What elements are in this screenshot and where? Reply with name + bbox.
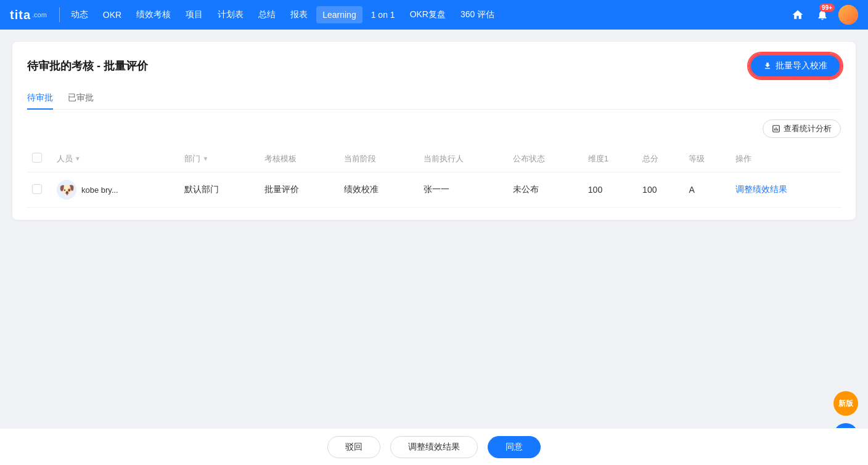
logo[interactable]: tita .com xyxy=(10,8,47,22)
adjust-result-button[interactable]: 调整绩效结果 xyxy=(390,436,478,458)
row-checkbox[interactable] xyxy=(32,184,42,194)
footer: 驳回 调整绩效结果 同意 xyxy=(0,428,868,465)
tab-approved[interactable]: 已审批 xyxy=(68,87,94,110)
stats-label: 查看统计分析 xyxy=(784,123,832,134)
table-header: 人员 ▼ 部门 ▼ 考核模板 xyxy=(27,145,841,172)
col-filter-department[interactable]: 部门 ▼ xyxy=(184,153,254,164)
td-checkbox[interactable] xyxy=(27,172,52,208)
batch-import-label: 批量导入校准 xyxy=(776,60,827,71)
agree-button[interactable]: 同意 xyxy=(488,436,541,458)
card-header: 待审批的考核 - 批量评价 批量导入校准 xyxy=(27,54,841,78)
person-avatar: 🐶 xyxy=(57,180,76,200)
batch-import-button[interactable]: 批量导入校准 xyxy=(750,54,841,78)
logo-suffix: .com xyxy=(32,11,47,18)
th-grade: 等级 xyxy=(684,145,730,172)
stats-bar: 查看统计分析 xyxy=(27,119,841,138)
nav-item-dongtai[interactable]: 动态 xyxy=(65,6,94,24)
filter-icon-person: ▼ xyxy=(75,155,81,162)
table-wrapper: 人员 ▼ 部门 ▼ 考核模板 xyxy=(27,145,841,208)
person-name: kobe bry... xyxy=(81,185,118,195)
td-executor: 张一一 xyxy=(419,172,508,208)
th-dimension1: 维度1 xyxy=(583,145,637,172)
nav-item-1on1[interactable]: 1 on 1 xyxy=(365,6,401,23)
logo-text: tita xyxy=(10,8,31,22)
table-body: 🐶 kobe bry... 默认部门 批量评价 绩效校准 张一一 未公布 100… xyxy=(27,172,841,208)
tab-pending[interactable]: 待审批 xyxy=(27,87,53,110)
td-dimension1: 100 xyxy=(583,172,637,208)
td-template: 批量评价 xyxy=(260,172,339,208)
content-card: 待审批的考核 - 批量评价 批量导入校准 待审批 已审批 查看统计分析 xyxy=(12,42,856,220)
reject-button[interactable]: 驳回 xyxy=(327,436,380,458)
td-action: 调整绩效结果 xyxy=(731,172,841,208)
nav-item-baobiao[interactable]: 报表 xyxy=(284,6,314,24)
nav-item-zongjie[interactable]: 总结 xyxy=(252,6,282,24)
td-department: 默认部门 xyxy=(179,172,259,208)
th-executor: 当前执行人 xyxy=(419,145,508,172)
table-row: 🐶 kobe bry... 默认部门 批量评价 绩效校准 张一一 未公布 100… xyxy=(27,172,841,208)
th-total-score: 总分 xyxy=(637,145,684,172)
new-version-badge[interactable]: 新版 xyxy=(833,391,858,416)
tabs: 待审批 已审批 xyxy=(27,87,841,110)
td-publish-status: 未公布 xyxy=(508,172,583,208)
th-person: 人员 ▼ xyxy=(52,145,179,172)
td-grade: A xyxy=(684,172,730,208)
header-divider xyxy=(59,7,60,22)
th-select-all[interactable] xyxy=(27,145,52,172)
main-table: 人员 ▼ 部门 ▼ 考核模板 xyxy=(27,145,841,208)
nav-item-okr[interactable]: OKR xyxy=(97,6,128,23)
stats-button[interactable]: 查看统计分析 xyxy=(763,119,841,138)
person-cell: 🐶 kobe bry... xyxy=(57,180,174,200)
filter-icon-department: ▼ xyxy=(202,155,208,162)
bell-icon-btn[interactable]: 99+ xyxy=(814,6,831,23)
avatar-image xyxy=(838,5,858,25)
nav-item-360[interactable]: 360 评估 xyxy=(454,6,501,24)
th-action: 操作 xyxy=(731,145,841,172)
col-filter-person[interactable]: 人员 ▼ xyxy=(57,153,174,164)
nav-item-okrfupan[interactable]: OKR复盘 xyxy=(404,6,452,24)
th-department: 部门 ▼ xyxy=(179,145,259,172)
main-nav: 动态 OKR 绩效考核 项目 计划表 总结 报表 Learning 1 on 1… xyxy=(65,6,789,24)
adjust-result-link[interactable]: 调整绩效结果 xyxy=(735,184,787,194)
page-title: 待审批的考核 - 批量评价 xyxy=(27,59,148,73)
select-all-checkbox[interactable] xyxy=(32,153,42,163)
td-total-score: 100 xyxy=(637,172,684,208)
nav-item-learning[interactable]: Learning xyxy=(316,6,362,23)
main-content: 待审批的考核 - 批量评价 批量导入校准 待审批 已审批 查看统计分析 xyxy=(0,30,868,428)
td-stage: 绩效校准 xyxy=(339,172,419,208)
nav-item-jixiao[interactable]: 绩效考核 xyxy=(130,6,177,24)
notification-badge: 99+ xyxy=(819,4,835,12)
user-avatar[interactable] xyxy=(838,5,858,25)
nav-item-jihuabiao[interactable]: 计划表 xyxy=(211,6,250,24)
th-stage: 当前阶段 xyxy=(339,145,419,172)
header: tita .com 动态 OKR 绩效考核 项目 计划表 总结 报表 Learn… xyxy=(0,0,868,30)
nav-item-xiangmu[interactable]: 项目 xyxy=(179,6,209,24)
th-publish-status: 公布状态 xyxy=(508,145,583,172)
header-right: 99+ xyxy=(789,5,858,25)
th-template: 考核模板 xyxy=(260,145,339,172)
home-icon-btn[interactable] xyxy=(789,6,806,23)
td-person: 🐶 kobe bry... xyxy=(52,172,179,208)
